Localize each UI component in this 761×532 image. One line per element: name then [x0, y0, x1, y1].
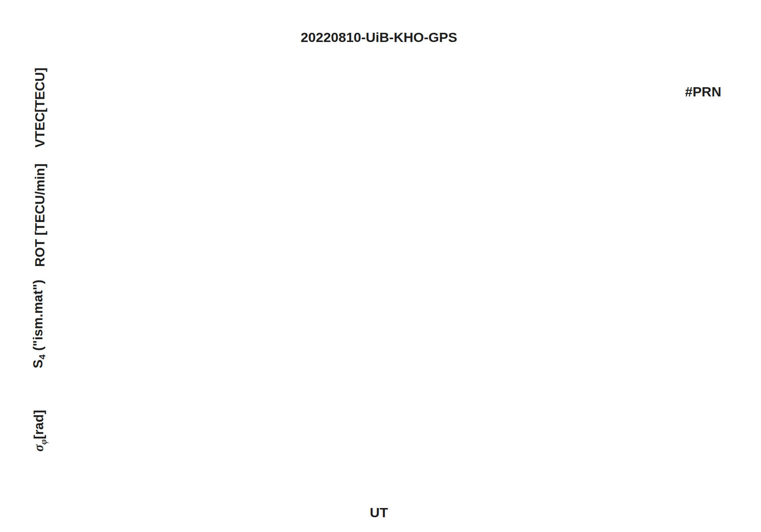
chart-title: 20220810-UiB-KHO-GPS — [73, 30, 685, 45]
x-axis-title: UT — [355, 505, 403, 520]
s4-axis-label: S4 ("ism.mat") — [30, 255, 48, 393]
sigma-phi-axis-label: σφ[rad] — [31, 373, 49, 489]
colorbar-title: #PRN — [685, 84, 749, 100]
figure-root: 20220810-UiB-KHO-GPS VTEC[TECU] ROT [TEC… — [0, 0, 761, 532]
prn-colorbar — [0, 0, 120, 60]
